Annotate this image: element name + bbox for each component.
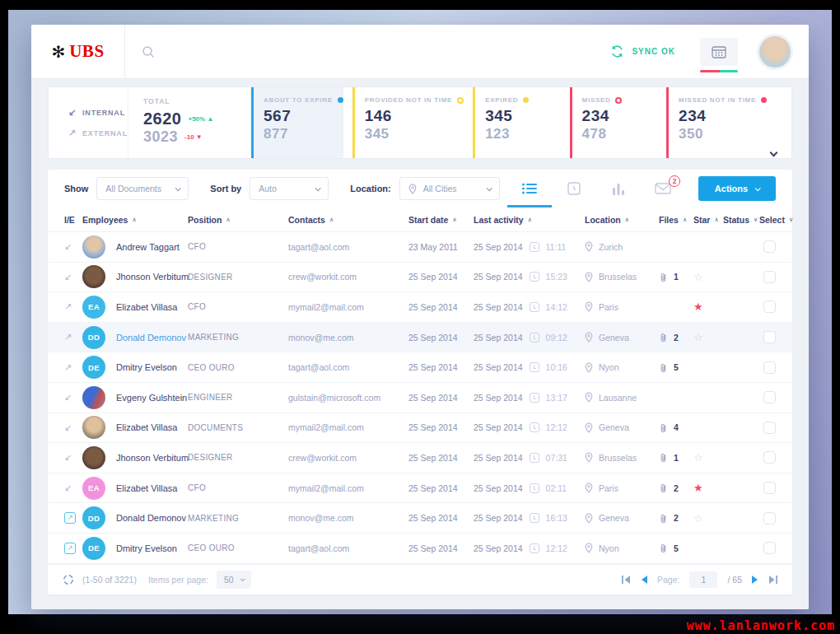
row-checkbox[interactable] bbox=[763, 271, 776, 283]
clock-icon bbox=[530, 242, 539, 252]
row-checkbox[interactable] bbox=[763, 512, 776, 524]
calendar-button[interactable] bbox=[700, 38, 738, 66]
column-header[interactable]: Last activity ∧ bbox=[474, 215, 585, 225]
column-header[interactable]: Position ∧ bbox=[188, 215, 288, 225]
avatar bbox=[82, 265, 105, 288]
files-count: 1 bbox=[674, 272, 679, 282]
clock-icon bbox=[530, 302, 539, 312]
ubs-logo[interactable]: ✻ UBS bbox=[31, 25, 125, 78]
location-dropdown[interactable]: All Cities bbox=[399, 177, 500, 200]
sort-caret-icon: ∨ bbox=[754, 217, 758, 223]
table-footer: (1-50 of 3221) Items per page: 50 bbox=[48, 564, 792, 594]
column-header[interactable]: Start date ∧ bbox=[408, 215, 474, 225]
contact-email[interactable]: tagart@aol.com bbox=[288, 242, 408, 252]
column-header[interactable]: Location ∧ bbox=[585, 215, 659, 225]
row-checkbox[interactable] bbox=[763, 240, 776, 253]
stat-card[interactable]: ABOUT TO EXPIRE 567 877 bbox=[251, 87, 343, 158]
row-checkbox[interactable] bbox=[763, 542, 776, 554]
external-link-icon[interactable]: ↗ bbox=[64, 512, 76, 524]
column-header[interactable]: Status ∨ bbox=[723, 215, 759, 225]
stat-card[interactable]: PROVIDED NOT IN TIME 146 345 bbox=[352, 87, 464, 158]
refresh-button[interactable] bbox=[63, 574, 74, 585]
table-row[interactable]: ↙ EA Elizabet Villasa CFO mymail2@mail.c… bbox=[48, 473, 792, 504]
column-header[interactable]: Star ∧ bbox=[693, 215, 723, 225]
show-dropdown[interactable]: All Documents bbox=[96, 177, 189, 200]
stats-panel: ↙ INTERNAL ↗ EXTERNAL TOTAL 2620 +50% ▲ bbox=[48, 86, 792, 159]
tab-mail-view[interactable]: 2 bbox=[641, 170, 685, 207]
table-row[interactable]: ↗ DE Dmitry Evelson CEO OURO tagart@aol.… bbox=[48, 534, 792, 564]
first-page-button[interactable] bbox=[622, 576, 631, 584]
table-row[interactable]: ↗ EA Elizabet Villasa CFO mymail2@mail.c… bbox=[48, 292, 792, 323]
row-checkbox[interactable] bbox=[763, 451, 776, 464]
page-input[interactable] bbox=[689, 571, 717, 588]
row-checkbox[interactable] bbox=[763, 301, 776, 313]
search-button[interactable] bbox=[142, 45, 155, 58]
contact-email[interactable]: crew@workit.com bbox=[288, 272, 408, 282]
stat-card[interactable]: MISSED NOT IN TIME 234 350 bbox=[666, 87, 767, 158]
ie-indicator: ↙ bbox=[64, 422, 82, 433]
employee-name: Dmitry Evelson bbox=[116, 362, 177, 372]
contact-email[interactable]: tagart@aol.com bbox=[288, 362, 408, 372]
contact-email[interactable]: monov@me.com bbox=[288, 513, 408, 523]
map-pin-icon bbox=[585, 482, 593, 493]
table-row[interactable]: ↙ Andrew Taggart CFO tagart@aol.com 23 M… bbox=[48, 232, 792, 263]
sync-status[interactable]: SYNC OK bbox=[610, 44, 675, 58]
ie-indicator: ↗ bbox=[64, 362, 82, 373]
next-page-button[interactable] bbox=[752, 576, 758, 584]
internal-legend[interactable]: ↙ INTERNAL bbox=[68, 107, 128, 118]
last-page-button[interactable] bbox=[768, 576, 777, 584]
actions-button[interactable]: Actions bbox=[698, 176, 776, 201]
table-row[interactable]: ↙ Elizabet Villasa DOCUMENTS mymail2@mai… bbox=[48, 413, 792, 444]
table-row[interactable]: ↙ Jhonson Verbitum DESIGNER crew@workit.… bbox=[48, 263, 792, 293]
star-toggle[interactable]: ☆ bbox=[693, 331, 723, 343]
star-toggle[interactable]: ★ bbox=[693, 482, 723, 494]
contact-email[interactable]: mymail2@mail.com bbox=[288, 422, 408, 432]
contact-email[interactable]: crew@workit.com bbox=[288, 453, 408, 463]
paperclip-icon bbox=[659, 422, 668, 433]
contact-email[interactable]: mymail2@mail.com bbox=[288, 302, 408, 312]
items-per-page-dropdown[interactable]: 50 bbox=[217, 571, 251, 589]
external-link-icon[interactable]: ↗ bbox=[64, 543, 76, 554]
tab-list-view[interactable] bbox=[507, 170, 552, 207]
external-legend[interactable]: ↗ EXTERNAL bbox=[68, 128, 128, 138]
column-header[interactable]: Select ∨ bbox=[759, 215, 793, 225]
column-header[interactable]: I/E bbox=[64, 215, 82, 225]
last-activity-date: 25 Sep 2014 bbox=[474, 242, 523, 252]
tab-schedule-view[interactable] bbox=[552, 170, 596, 207]
column-header[interactable]: Employees ∧ bbox=[82, 215, 188, 225]
column-header[interactable]: Contacts ∧ bbox=[288, 215, 408, 225]
map-pin-icon bbox=[585, 272, 593, 282]
table-row[interactable]: ↗ DD Donald Demonov MARKETING monov@me.c… bbox=[48, 323, 792, 353]
external-arrow-icon: ↗ bbox=[68, 128, 77, 138]
row-checkbox[interactable] bbox=[763, 391, 776, 403]
sort-caret-icon: ∧ bbox=[329, 217, 334, 223]
contact-email[interactable]: monov@me.com bbox=[288, 333, 408, 343]
previous-page-button[interactable] bbox=[641, 576, 647, 584]
table-row[interactable]: ↗ DE Dmitry Evelson CEO OURO tagart@aol.… bbox=[48, 352, 792, 383]
row-checkbox[interactable] bbox=[763, 361, 776, 374]
sort-dropdown[interactable]: Auto bbox=[250, 177, 329, 200]
user-avatar[interactable] bbox=[759, 36, 791, 68]
column-header[interactable]: Files ∧ bbox=[659, 215, 693, 225]
star-toggle[interactable]: ★ bbox=[693, 301, 723, 313]
star-toggle[interactable]: ☆ bbox=[693, 271, 723, 283]
star-toggle[interactable]: ☆ bbox=[693, 451, 723, 464]
row-checkbox[interactable] bbox=[763, 331, 776, 343]
contact-email[interactable]: tagart@aol.com bbox=[288, 543, 408, 553]
row-checkbox[interactable] bbox=[763, 482, 776, 494]
tab-chart-view[interactable] bbox=[596, 170, 641, 207]
table-row[interactable]: ↙ Evgeny Gulshtein ENGINEER gulstain@mic… bbox=[48, 383, 792, 413]
stat-card[interactable]: EXPIRED 345 123 bbox=[473, 87, 560, 158]
stat-label: MISSED NOT IN TIME bbox=[679, 96, 756, 104]
table-row[interactable]: ↗ DD Donald Demonov MARKETING monov@me.c… bbox=[48, 503, 792, 534]
contact-email[interactable]: gulstain@microsoft.com bbox=[288, 393, 408, 403]
stat-card[interactable]: MISSED 234 478 bbox=[570, 87, 657, 158]
table-row[interactable]: ↙ Jhonson Verbitum DESIGNER crew@workit.… bbox=[48, 443, 792, 473]
list-view-icon bbox=[522, 183, 537, 194]
start-date: 25 Sep 2014 bbox=[408, 483, 474, 493]
contact-email[interactable]: mymail2@mail.com bbox=[288, 483, 408, 493]
last-activity-date: 25 Sep 2014 bbox=[474, 513, 523, 523]
row-checkbox[interactable] bbox=[763, 422, 776, 434]
star-toggle[interactable]: ☆ bbox=[693, 512, 723, 524]
stats-expand-button[interactable] bbox=[771, 144, 778, 152]
